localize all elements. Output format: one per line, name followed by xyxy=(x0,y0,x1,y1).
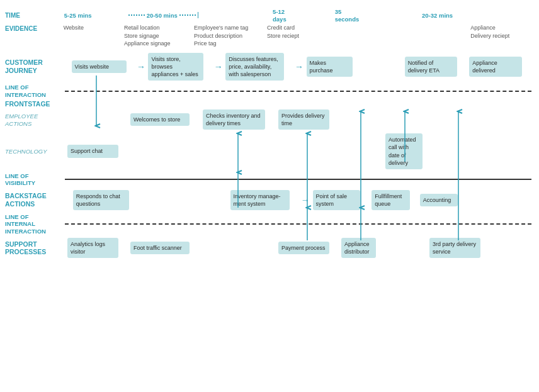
time-col4: 5-12days xyxy=(273,8,335,23)
tech-box-6: Automated call with date of delivery xyxy=(385,133,423,169)
bs-box-6: Accounting xyxy=(420,194,458,206)
cj-box-2: Visits store, browses appliances + sales xyxy=(148,53,203,81)
evidence-item-7 xyxy=(411,24,471,48)
evidence-label: EVIDENCE xyxy=(5,24,64,48)
sp-box-4: Payment process xyxy=(278,242,329,254)
bs-arrow-2: → xyxy=(300,189,310,211)
ea-step-7 xyxy=(427,108,490,131)
tech-step-7 xyxy=(427,132,490,171)
ea-step-8 xyxy=(490,108,531,131)
bs-box-5: Fullfillment queue xyxy=(372,190,409,210)
ea-step-4: Provides delivery time xyxy=(276,108,339,131)
sp-step-1: Analytics logs visitor xyxy=(65,237,128,259)
line-of-interaction-line xyxy=(65,91,531,92)
cj-box-4: Makes purchase xyxy=(307,57,353,77)
line-of-visibility-line xyxy=(65,179,531,180)
tech-box-1: Support chat xyxy=(67,145,118,157)
line-of-internal-row: LINE OFINTERNALINTERACTION xyxy=(5,213,531,235)
time-val-2: 20-50 mins xyxy=(147,12,178,19)
evidence-item-6 xyxy=(369,24,411,48)
time-val-5: 20-32 mins xyxy=(422,12,453,19)
evidence-row: EVIDENCE Website Retail locationStore si… xyxy=(5,24,531,48)
sp-step-8 xyxy=(490,237,531,259)
bs-step-3: Inventory manage-ment system xyxy=(228,189,301,211)
ea-step-1 xyxy=(65,108,128,131)
customer-journey-label: CUSTOMERJOURNEY xyxy=(5,52,69,82)
cj-box-6: Appliance delivered xyxy=(469,57,521,77)
cj-empty xyxy=(362,52,402,82)
time-col3 xyxy=(198,8,273,23)
bs-step-6: Accounting xyxy=(417,189,465,211)
customer-journey-row: CUSTOMERJOURNEY Visits website → Visits … xyxy=(5,52,531,82)
ea-step-2: Welcomes to store xyxy=(128,108,200,131)
tech-step-1: Support chat xyxy=(65,132,128,171)
sp-step-2: Foot traffic scanner xyxy=(128,237,200,259)
bs-step-5: Fullfillment queue xyxy=(369,189,417,211)
cj-step-6: Appliance delivered xyxy=(467,52,531,82)
tech-step-5 xyxy=(339,132,383,171)
support-label: SUPPORTPROCESSES xyxy=(5,237,65,259)
evidence-item-5 xyxy=(327,24,369,48)
sp-step-7: 3rd party delivery service xyxy=(427,237,490,259)
bs-box-4: Point of sale system xyxy=(313,190,361,210)
evidence-item-4: Credit cardStore reciept xyxy=(267,24,327,48)
backstage-row: BACKSTAGEACTIONS Responds to chat questi… xyxy=(5,189,531,211)
ea-step-5 xyxy=(339,108,383,131)
employee-actions-row: EMPLOYEEACTIONS Welcomes to store Checks… xyxy=(5,108,531,131)
time-tick-1 xyxy=(198,12,199,18)
evidence-item-1: Website xyxy=(64,24,124,48)
ea-step-6 xyxy=(383,108,427,131)
employee-actions-label: EMPLOYEEACTIONS xyxy=(5,108,65,131)
bs-arrow-1 xyxy=(218,189,227,211)
ea-step-3: Checks inventory and delivery times xyxy=(200,108,276,131)
cj-step-1: Visits website xyxy=(69,52,137,82)
sp-step-3 xyxy=(200,237,276,259)
cj-box-3: Discusses features, price, availability,… xyxy=(225,53,284,81)
line-of-visibility-label: LINE OFVISIBILITY xyxy=(5,172,65,187)
frontstage-label: FRONTSTAGE xyxy=(5,100,65,108)
cj-arrow-3: → xyxy=(295,52,304,82)
bs-step-2 xyxy=(139,189,218,211)
page: TIME 5-25 mins 20-50 mins 5-12day xyxy=(0,0,539,266)
sp-step-6 xyxy=(383,237,427,259)
sp-step-4: Payment process xyxy=(276,237,339,259)
ea-box-4: Provides delivery time xyxy=(278,109,329,130)
time-col7: 20-32 mins xyxy=(422,8,484,23)
evidence-item-3: Employee's name tagProduct descriptionPr… xyxy=(194,24,267,48)
line-of-interaction-row: LINE OFINTERACTION xyxy=(5,84,531,98)
time-val-4: 35seconds xyxy=(335,8,360,23)
evidence-item-2: Retail locationStore signageAppliance si… xyxy=(124,24,194,48)
sp-box-7: 3rd party delivery service xyxy=(429,238,480,258)
bs-step-1: Responds to chat questions xyxy=(71,189,139,211)
cj-step-3: Discusses features, price, availability,… xyxy=(223,52,294,82)
bs-step-4: Point of sale system xyxy=(310,189,370,211)
time-val-1: 5-25 mins xyxy=(64,12,92,19)
backstage-label: BACKSTAGEACTIONS xyxy=(5,189,71,211)
sp-box-5: Appliance distributor xyxy=(341,238,376,258)
bs-box-1: Responds to chat questions xyxy=(73,190,129,210)
line-of-internal-line xyxy=(65,223,531,225)
time-col5: 35seconds xyxy=(335,8,378,23)
sp-box-1: Analytics logs visitor xyxy=(67,238,118,258)
cj-step-2: Visits store, browses appliances + sales xyxy=(145,52,213,82)
line-of-interaction-label: LINE OFINTERACTION xyxy=(5,84,65,98)
frontstage-header: FRONTSTAGE xyxy=(5,100,531,108)
time-dots-1 xyxy=(128,14,145,16)
time-col1: 5-25 mins xyxy=(64,8,127,23)
tech-step-8 xyxy=(490,132,531,171)
time-col6 xyxy=(378,8,422,23)
cj-arrow-2: → xyxy=(213,52,223,82)
sp-box-2: Foot traffic scanner xyxy=(130,242,190,254)
tech-step-6: Automated call with date of delivery xyxy=(383,132,427,171)
cj-step-5: Notified of delivery ETA xyxy=(402,52,467,82)
cj-step-4: Makes purchase xyxy=(304,52,362,82)
line-of-visibility-row: LINE OFVISIBILITY xyxy=(5,172,531,187)
ea-box-3: Checks inventory and delivery times xyxy=(203,109,265,130)
ea-box-2: Welcomes to store xyxy=(130,113,190,126)
bs-box-3: Inventory manage-ment system xyxy=(230,190,290,210)
cj-box-5: Notified of delivery ETA xyxy=(405,57,457,77)
tech-step-2 xyxy=(128,132,200,171)
sp-step-5: Appliance distributor xyxy=(339,237,383,259)
time-col8 xyxy=(484,8,531,23)
technology-row: TECHNOLOGY Support chat Automated call w… xyxy=(5,132,531,171)
